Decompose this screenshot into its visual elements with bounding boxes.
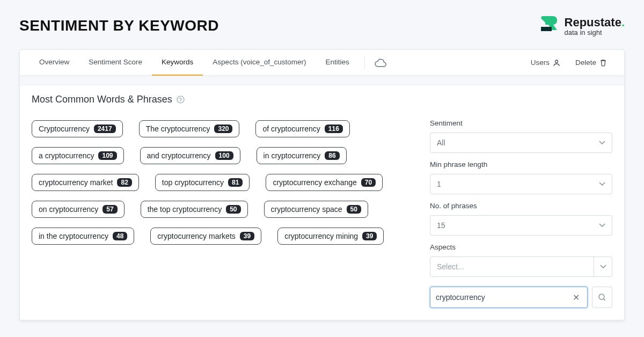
- phrase-pills: Cryptocurrency2417 The cryptocurrency320…: [32, 117, 414, 308]
- phrase-pill[interactable]: cryptocurrency markets39: [150, 228, 261, 245]
- section-title: Most Common Words & Phrases: [32, 94, 172, 105]
- phrase-pill[interactable]: top cryptocurrency81: [155, 174, 250, 191]
- count-badge: 48: [113, 232, 127, 240]
- count-badge: 109: [98, 151, 116, 160]
- tab-divider: [364, 56, 365, 69]
- phrase-pill[interactable]: the top cryptocurrency50: [141, 201, 248, 218]
- search-icon: [598, 293, 606, 302]
- svg-point-1: [177, 96, 184, 103]
- cloud-icon[interactable]: [370, 58, 391, 67]
- count-badge: 320: [214, 124, 232, 133]
- count-badge: 81: [228, 178, 243, 187]
- count-badge: 50: [226, 205, 240, 214]
- tab-keywords[interactable]: Keywords: [152, 50, 203, 76]
- tab-entities[interactable]: Entities: [316, 50, 358, 76]
- chevron-down-icon: [599, 141, 605, 145]
- phrase-pill[interactable]: Cryptocurrency2417: [32, 120, 123, 137]
- phrase-pill[interactable]: on cryptocurrency57: [32, 201, 125, 218]
- phrase-pill[interactable]: cryptocurrency exchange70: [266, 174, 383, 191]
- brand-logo: Repustate. data in sight: [538, 15, 625, 36]
- phrase-pill[interactable]: in the cryptocurrency48: [32, 228, 134, 245]
- num-phrases-label: No. of phrases: [430, 202, 612, 210]
- min-phrase-label: Min phrase length: [430, 160, 612, 169]
- count-badge: 39: [240, 232, 254, 240]
- phrase-pill[interactable]: of cryptocurrency116: [255, 120, 349, 137]
- phrase-pill[interactable]: a cryptocurrency109: [32, 147, 124, 164]
- users-action[interactable]: Users: [523, 58, 568, 67]
- brand-r-icon: [538, 15, 559, 36]
- chevron-down-icon: [599, 223, 605, 228]
- svg-point-0: [555, 60, 558, 63]
- sentiment-select[interactable]: All: [430, 133, 612, 153]
- clear-icon[interactable]: ✕: [570, 290, 582, 305]
- count-badge: 70: [361, 178, 376, 187]
- page-title: SENTIMENT BY KEYWORD: [19, 17, 219, 34]
- aspects-select[interactable]: Select...: [430, 257, 612, 277]
- phrase-pill[interactable]: cryptocurrency space50: [264, 201, 368, 218]
- phrase-pill[interactable]: cryptocurrency mining39: [277, 228, 384, 245]
- filters-panel: Sentiment All Min phrase length 1 No. of…: [430, 117, 612, 308]
- count-badge: 39: [362, 232, 377, 240]
- min-phrase-select[interactable]: 1: [430, 174, 612, 194]
- tab-sentiment-score[interactable]: Sentiment Score: [79, 50, 152, 76]
- count-badge: 50: [347, 205, 361, 214]
- count-badge: 100: [215, 151, 233, 160]
- phrase-pill[interactable]: and cryptocurrency100: [140, 147, 240, 164]
- phrase-pill[interactable]: in cryptocurrency86: [257, 147, 347, 164]
- gap-strip: [20, 76, 624, 85]
- aspects-label: Aspects: [430, 243, 612, 251]
- search-input[interactable]: [436, 293, 570, 302]
- delete-action[interactable]: Delete: [568, 58, 614, 67]
- count-badge: 2417: [94, 124, 116, 133]
- count-badge: 57: [103, 205, 117, 214]
- num-phrases-select[interactable]: 15: [430, 215, 612, 236]
- count-badge: 116: [325, 124, 343, 133]
- main-card: Overview Sentiment Score Keywords Aspect…: [19, 49, 625, 320]
- tabs-row: Overview Sentiment Score Keywords Aspect…: [20, 50, 624, 76]
- count-badge: 82: [117, 178, 131, 187]
- svg-point-2: [599, 294, 604, 299]
- help-icon[interactable]: [177, 96, 185, 104]
- tab-overview[interactable]: Overview: [30, 50, 79, 76]
- count-badge: 86: [325, 151, 339, 160]
- chevron-down-icon[interactable]: [594, 257, 612, 276]
- search-box[interactable]: ✕: [430, 287, 588, 308]
- user-icon: [553, 59, 560, 67]
- trash-icon: [599, 59, 607, 67]
- phrase-pill[interactable]: cryptocurrency market82: [32, 174, 139, 191]
- search-button[interactable]: [592, 287, 612, 308]
- brand-name: Repustate.: [565, 16, 625, 30]
- sentiment-label: Sentiment: [430, 119, 612, 127]
- phrase-pill[interactable]: The cryptocurrency320: [139, 120, 240, 137]
- chevron-down-icon: [599, 182, 605, 186]
- brand-tagline: data in sight: [565, 28, 625, 36]
- tab-aspects[interactable]: Aspects (voice_of_customer): [203, 50, 316, 76]
